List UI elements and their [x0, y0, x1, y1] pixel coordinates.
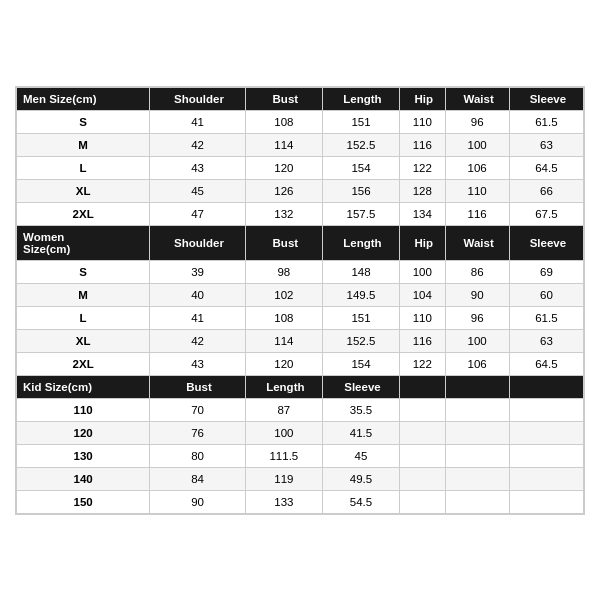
cell-value: 151 — [322, 306, 399, 329]
cell-value: 104 — [400, 283, 446, 306]
table-row: 13080111.545 — [17, 444, 584, 467]
cell-value: 156 — [322, 179, 399, 202]
table-row: XL4512615612811066 — [17, 179, 584, 202]
cell-value: 157.5 — [322, 202, 399, 225]
size-chart: Men Size(cm)ShoulderBustLengthHipWaistSl… — [15, 86, 585, 515]
cell-value: 119 — [245, 467, 322, 490]
cell-value: 69 — [509, 260, 583, 283]
cell-value: 133 — [245, 490, 322, 513]
column-header-5 — [445, 375, 509, 398]
cell-value: 108 — [245, 306, 322, 329]
cell-value: 122 — [400, 352, 446, 375]
cell-value: 148 — [322, 260, 399, 283]
column-header-1: Shoulder — [150, 225, 246, 260]
column-header-5: Waist — [445, 87, 509, 110]
cell-value: 80 — [150, 444, 246, 467]
size-label: 140 — [17, 467, 150, 490]
table-row: S411081511109661.5 — [17, 110, 584, 133]
cell-value: 61.5 — [509, 306, 583, 329]
cell-value — [509, 398, 583, 421]
cell-value — [445, 421, 509, 444]
cell-value: 116 — [400, 133, 446, 156]
cell-value: 41 — [150, 110, 246, 133]
table-row: XL42114152.511610063 — [17, 329, 584, 352]
cell-value: 45 — [322, 444, 399, 467]
cell-value: 90 — [150, 490, 246, 513]
size-label: 120 — [17, 421, 150, 444]
cell-value: 54.5 — [322, 490, 399, 513]
cell-value: 114 — [245, 329, 322, 352]
table-row: 1509013354.5 — [17, 490, 584, 513]
size-label: M — [17, 283, 150, 306]
column-header-3: Sleeve — [322, 375, 399, 398]
cell-value: 114 — [245, 133, 322, 156]
size-label: XL — [17, 329, 150, 352]
cell-value: 154 — [322, 156, 399, 179]
cell-value: 41.5 — [322, 421, 399, 444]
cell-value — [400, 421, 446, 444]
cell-value: 63 — [509, 329, 583, 352]
column-header-0: WomenSize(cm) — [17, 225, 150, 260]
size-label: 150 — [17, 490, 150, 513]
size-label: 130 — [17, 444, 150, 467]
cell-value: 111.5 — [245, 444, 322, 467]
cell-value: 49.5 — [322, 467, 399, 490]
column-header-2: Length — [245, 375, 322, 398]
cell-value: 35.5 — [322, 398, 399, 421]
cell-value: 43 — [150, 352, 246, 375]
table-row: 2XL47132157.513411667.5 — [17, 202, 584, 225]
column-header-3: Length — [322, 87, 399, 110]
table-row: L411081511109661.5 — [17, 306, 584, 329]
cell-value: 100 — [445, 329, 509, 352]
column-header-5: Waist — [445, 225, 509, 260]
cell-value: 128 — [400, 179, 446, 202]
column-header-2: Bust — [245, 225, 322, 260]
size-label: S — [17, 110, 150, 133]
cell-value: 116 — [400, 329, 446, 352]
cell-value: 42 — [150, 329, 246, 352]
cell-value: 132 — [245, 202, 322, 225]
cell-value: 47 — [150, 202, 246, 225]
cell-value: 152.5 — [322, 329, 399, 352]
cell-value — [509, 421, 583, 444]
cell-value: 60 — [509, 283, 583, 306]
cell-value: 106 — [445, 352, 509, 375]
table-row: 110708735.5 — [17, 398, 584, 421]
cell-value — [445, 467, 509, 490]
cell-value — [509, 490, 583, 513]
cell-value — [509, 467, 583, 490]
cell-value — [445, 444, 509, 467]
cell-value: 84 — [150, 467, 246, 490]
cell-value: 76 — [150, 421, 246, 444]
size-table: Men Size(cm)ShoulderBustLengthHipWaistSl… — [16, 87, 584, 514]
size-label: S — [17, 260, 150, 283]
table-row: L4312015412210664.5 — [17, 156, 584, 179]
cell-value: 100 — [445, 133, 509, 156]
cell-value: 63 — [509, 133, 583, 156]
column-header-1: Bust — [150, 375, 246, 398]
cell-value: 151 — [322, 110, 399, 133]
size-label: L — [17, 156, 150, 179]
column-header-4: Hip — [400, 87, 446, 110]
column-header-6: Sleeve — [509, 225, 583, 260]
cell-value: 152.5 — [322, 133, 399, 156]
cell-value: 96 — [445, 110, 509, 133]
cell-value: 100 — [400, 260, 446, 283]
cell-value: 134 — [400, 202, 446, 225]
cell-value: 120 — [245, 352, 322, 375]
table-row: S39981481008669 — [17, 260, 584, 283]
cell-value — [400, 467, 446, 490]
column-header-6: Sleeve — [509, 87, 583, 110]
cell-value: 67.5 — [509, 202, 583, 225]
cell-value: 96 — [445, 306, 509, 329]
cell-value — [400, 444, 446, 467]
size-label: 110 — [17, 398, 150, 421]
cell-value: 45 — [150, 179, 246, 202]
size-label: M — [17, 133, 150, 156]
cell-value — [445, 398, 509, 421]
cell-value: 40 — [150, 283, 246, 306]
cell-value — [509, 444, 583, 467]
cell-value: 61.5 — [509, 110, 583, 133]
cell-value: 110 — [445, 179, 509, 202]
cell-value: 108 — [245, 110, 322, 133]
